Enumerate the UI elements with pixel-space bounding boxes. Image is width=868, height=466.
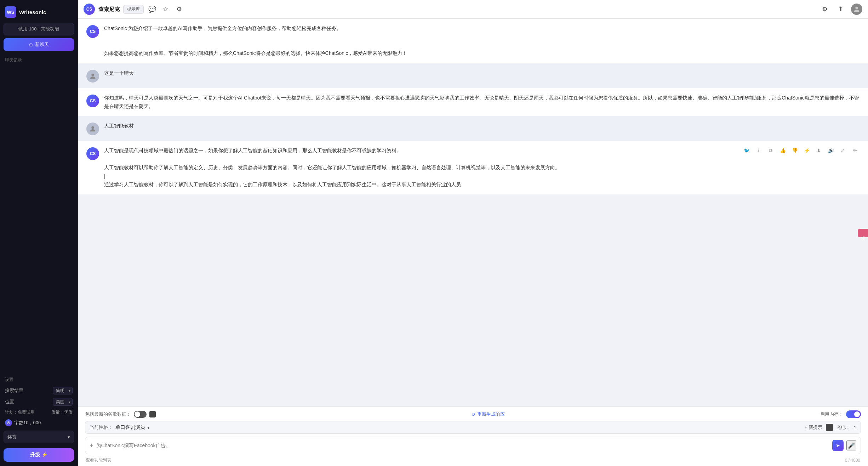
regen-icon: ↺ [472,412,475,417]
charge-box [826,424,833,431]
personality-select[interactable]: 单口喜剧演员 ▾ [115,424,150,431]
main-area: CS 查索尼克 提示库 💬 ☆ ⚙ ⚙ ⬆ CS ChatSonic 为您介绍了… [78,0,868,466]
ai-avatar-3: CS [86,147,99,160]
google-toggle[interactable] [134,411,147,418]
bottom-controls-row: 包括最新的谷歌数据： ↺ 重新生成响应 启用内存： [85,410,861,418]
twitter-action-icon[interactable]: 🐦 [742,146,751,155]
location-row: 位置 美国 [4,396,74,408]
regen-button[interactable]: ↺ 重新生成响应 [472,411,505,417]
personality-row: 当前性格： 单口喜剧演员 ▾ + 新提示 充电： 1 [85,421,861,434]
history-label: 聊天记录 [4,56,74,66]
topbar-right: ⚙ ⬆ [820,4,862,15]
topbar-left: CS 查索尼克 提示库 💬 ☆ ⚙ [84,4,184,15]
new-hint-button[interactable]: + 新提示 [805,424,822,431]
personality-right: + 新提示 充电： 1 [805,424,856,431]
info-action-icon[interactable]: ℹ [754,146,763,155]
try-other-button[interactable]: 试用 100+ 其他功能 [4,23,74,35]
message-text-user1: 这是一个晴天 [104,69,860,78]
settings-label: 设置 [4,374,74,385]
mic-icon: 🎤 [848,442,855,449]
svg-point-2 [91,126,94,129]
message-text-intro2: 如果您想提高您的写作效率、节省宝贵的时间和精力，那么ChatSonic将会是您最… [104,49,860,58]
agent-name: 查索尼克 [98,6,120,13]
mic-button[interactable]: 🎤 [846,441,856,450]
settings-gear-icon[interactable]: ⚙ [820,4,830,14]
thumb-up-icon[interactable]: 👍 [778,146,787,155]
upgrade-button[interactable]: 升级 ⚡ [4,448,74,462]
copy-action-icon[interactable]: ⧉ [766,146,775,155]
message-actions: 🐦 ℹ ⧉ 👍 👎 ⚡ ⬇ 🔊 ⤢ ✏ [742,146,860,155]
message-group-intro2: 如果您想提高您的写作效率、节省宝贵的时间和精力，那么ChatSonic将会是您最… [78,44,868,63]
app-name: Writesonic [19,9,46,15]
personality-chevron-icon: ▾ [147,425,150,430]
ai-avatar: CS [86,25,99,38]
google-data-label: 包括最新的谷歌数据： [85,411,131,417]
message-group-intro: CS ChatSonic 为您介绍了一款卓越的AI写作助手，为您提供全方位的内容… [78,19,868,44]
search-results-row: 搜索结果 简明 [4,385,74,396]
user-avatar[interactable] [851,4,862,15]
func-list-link[interactable]: 查看功能列表 [86,457,111,463]
message-group-user2: 人工智能教材 [78,116,868,141]
charge-value: 1 [854,425,856,430]
message-group-user1: 这是一个晴天 [78,63,868,88]
memory-toggle-area: 启用内存： [820,410,861,418]
lightning-action-icon[interactable]: ⚡ [802,146,811,155]
rewards-button[interactable]: 奖赏 ▾ [4,431,74,443]
plan-row: 计划：免费试用 质量：优质 [4,408,74,417]
add-attachment-icon[interactable]: + [90,442,93,449]
download-action-icon[interactable]: ⬇ [814,146,823,155]
chevron-down-icon: ▾ [68,434,70,440]
topbar: CS 查索尼克 提示库 💬 ☆ ⚙ ⚙ ⬆ [78,0,868,19]
personality-value: 单口喜剧演员 [115,424,145,431]
svg-point-0 [855,7,858,9]
logo-icon: WS [5,6,16,18]
chat-input[interactable] [96,443,829,448]
expand-action-icon[interactable]: ⤢ [838,146,847,155]
chat-icon[interactable]: 💬 [147,4,157,14]
message-text-ai1: 你知道吗，晴天可是人类最喜欢的天气之一。可是对于我这个AI Chatbot来说，… [104,94,860,111]
sidebar: WS Writesonic 试用 100+ 其他功能 ⊕ 新聊天 聊天记录 设置… [0,0,78,466]
memory-label: 启用内存： [820,411,843,417]
user-avatar-msg2 [86,123,99,135]
share-icon[interactable]: ⬆ [835,4,845,14]
message-text-intro: ChatSonic 为您介绍了一款卓越的AI写作助手，为您提供全方位的内容创作服… [104,24,860,33]
ai-avatar-2: CS [86,95,99,107]
sidebar-logo: WS Writesonic [4,4,74,23]
edit-action-icon[interactable]: ✏ [850,146,860,155]
new-chat-icon: ⊕ [29,42,33,47]
word-count-row: W 字数10，000· [4,417,74,428]
agent-avatar: CS [84,4,95,15]
bottom-bar: 包括最新的谷歌数据： ↺ 重新生成响应 启用内存： 当前性格： [78,407,868,466]
toggle-square[interactable] [149,411,156,417]
message-group-ai2: CS 人工智能是现代科技领域中最热门的话题之一，如果你想了解人工智能的基础知识和… [78,141,868,194]
word-count-icon: W [5,419,12,426]
user-avatar-msg [86,70,99,83]
location-select[interactable]: 美国 [53,398,73,406]
bottom-footer: 查看功能列表 0 / 4000 [85,456,861,464]
location-select-wrapper[interactable]: 美国 [53,398,73,406]
personality-left: 当前性格： 单口喜剧演员 ▾ [90,424,150,431]
feedback-tab[interactable]: 反馈 [858,229,868,237]
star-icon[interactable]: ☆ [161,4,171,14]
message-group-ai1: CS 你知道吗，晴天可是人类最喜欢的天气之一。可是对于我这个AI Chatbot… [78,88,868,116]
chat-area: CS ChatSonic 为您介绍了一款卓越的AI写作助手，为您提供全方位的内容… [78,19,868,407]
personality-prefix: 当前性格： [90,424,113,431]
char-count: 0 / 4000 [845,458,860,463]
svg-point-1 [91,73,94,76]
settings-icon[interactable]: ⚙ [174,4,184,14]
send-icon: ➤ [836,443,840,448]
send-button[interactable]: ➤ [832,440,844,451]
thumb-down-icon[interactable]: 👎 [790,146,799,155]
search-results-select[interactable]: 简明 [53,387,73,394]
input-row: + ➤ 🎤 [85,437,861,454]
message-text-user2: 人工智能教材 [104,122,860,130]
memory-toggle[interactable] [846,410,861,418]
new-chat-button[interactable]: ⊕ 新聊天 [4,38,74,51]
search-results-select-wrapper[interactable]: 简明 [53,387,73,394]
speaker-action-icon[interactable]: 🔊 [826,146,835,155]
charge-label: 充电： [836,424,850,431]
hint-library-button[interactable]: 提示库 [123,5,144,14]
google-toggle-area: 包括最新的谷歌数据： [85,411,156,418]
